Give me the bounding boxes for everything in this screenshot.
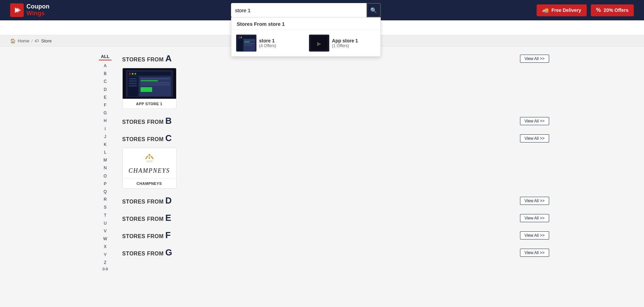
section-a-title: STORES FROM A [122,53,172,64]
dashline1 [141,78,170,79]
search-wrapper: 🔍 Stores From store 1 [231,3,367,17]
result-name-store1: store 1 [259,38,276,43]
search-button[interactable]: 🔍 [367,3,381,17]
breadcrumb-current: Store [41,38,51,43]
view-all-b[interactable]: View All >> [520,117,549,125]
alpha-H[interactable]: H [102,117,109,124]
alpha-R[interactable]: R [102,196,109,203]
search-result-store1[interactable]: store 1 (4 Offers) [235,33,304,53]
alpha-Y[interactable]: Y [102,251,108,258]
dash-sidebar [128,77,171,96]
section-e-prefix: STORES FROM [122,216,166,222]
breadcrumb-sep1: / [32,38,33,43]
alpha-B[interactable]: B [102,70,108,77]
dashline3 [141,82,170,83]
search-result-appstore1[interactable]: ▶ App store 1 (1 Offers) [308,33,377,53]
result-thumb-store1 [236,35,256,52]
alpha-Z[interactable]: Z [102,259,108,266]
section-b-letter: B [165,116,172,126]
section-a-prefix: STORES FROM [122,57,166,62]
store-card-champneys[interactable]: 1925 CHAMPNEYS CHAMPNEYS [122,148,176,189]
alpha-S[interactable]: S [102,204,108,211]
section-f: STORES FROM F View All >> [122,230,549,241]
dashline2 [141,80,158,81]
section-d-header: STORES FROM D View All >> [122,195,549,206]
svg-text:1925: 1925 [146,160,153,162]
section-b-title: STORES FROM B [122,116,172,126]
result-info-appstore1: App store 1 (1 Offers) [332,38,358,48]
alpha-Q[interactable]: Q [102,188,109,195]
alpha-C[interactable]: C [102,78,109,85]
store-card-appstore1[interactable]: APP STORE 1 [122,68,176,109]
free-delivery-button[interactable]: 🚚 Free Delivery [537,4,587,16]
alpha-J[interactable]: J [102,133,108,140]
alpha-M[interactable]: M [102,157,109,164]
section-a-letter: A [165,53,172,63]
content-area: STORES FROM A View All >> [122,53,549,271]
alpha-all[interactable]: ALL [99,53,111,60]
view-all-a[interactable]: View All >> [520,55,549,63]
result-info-store1: store 1 (4 Offers) [259,38,276,48]
alpha-F[interactable]: F [102,102,108,109]
section-b: STORES FROM B View All >> [122,116,549,126]
breadcrumb-home-icon: 🏠 [10,38,16,43]
result-name-appstore1: App store 1 [332,38,358,43]
alpha-L[interactable]: L [102,149,108,156]
alpha-X[interactable]: X [102,243,108,250]
breadcrumb-home[interactable]: Home [18,38,29,43]
alpha-O[interactable]: O [102,173,109,180]
alpha-I[interactable]: I [103,126,108,133]
dashboard-visual [126,70,173,97]
section-e-title: STORES FROM E [122,213,171,223]
section-g-header: STORES FROM G View All >> [122,247,549,258]
alpha-D[interactable]: D [102,86,109,93]
logo-icon [10,3,24,17]
section-a: STORES FROM A View All >> [122,53,549,109]
section-c-letter: C [165,133,172,143]
champneys-ornament: 1925 [141,152,158,166]
search-input[interactable] [231,3,367,17]
search-dropdown-title: Stores From store 1 [231,18,380,30]
view-all-d[interactable]: View All >> [520,197,549,205]
alpha-K[interactable]: K [102,141,108,148]
logo[interactable]: Coupon Wings [10,3,61,17]
alpha-A[interactable]: A [102,62,108,70]
section-d-letter: D [165,195,172,206]
section-c-header: STORES FROM C View All >> [122,133,549,143]
view-all-g[interactable]: View All >> [520,249,549,257]
stores-grid-c: 1925 CHAMPNEYS CHAMPNEYS [122,148,549,189]
dot3 [134,73,136,75]
store-card-img-champneys: 1925 CHAMPNEYS [123,148,176,178]
champneys-visual: 1925 CHAMPNEYS [126,151,173,175]
store-card-name-appstore1: APP STORE 1 [123,99,176,109]
search-icon: 🔍 [370,7,377,14]
alpha-E[interactable]: E [102,94,108,101]
view-all-e[interactable]: View All >> [520,214,549,222]
alpha-P[interactable]: P [102,180,108,188]
search-dropdown: Stores From store 1 [231,17,381,57]
champneys-wordmark: CHAMPNEYS [128,167,170,174]
section-e: STORES FROM E View All >> [122,213,549,223]
search-area: 🔍 Stores From store 1 [61,3,537,17]
offers-button[interactable]: % 20% Offers [591,4,634,16]
offers-label: 20% Offers [604,7,628,13]
result-offers-store1: (4 Offers) [259,43,276,48]
section-b-header: STORES FROM B View All >> [122,116,549,126]
main-container: ALL A B C D E F G H I J K L M N O P Q R … [85,46,559,278]
alpha-W[interactable]: W [101,235,109,243]
dash-left [128,77,138,96]
stores-grid-a: APP STORE 1 [122,68,549,109]
section-b-prefix: STORES FROM [122,119,166,125]
section-c-prefix: STORES FROM [122,136,166,142]
alpha-09[interactable]: 0-9 [103,267,108,271]
section-d-title: STORES FROM D [122,195,172,206]
view-all-f[interactable]: View All >> [520,231,549,239]
alpha-T[interactable]: T [102,212,108,219]
view-all-c[interactable]: View All >> [520,134,549,142]
alpha-V[interactable]: V [102,228,108,235]
alpha-N[interactable]: N [102,165,109,172]
alpha-U[interactable]: U [102,220,109,227]
section-c: STORES FROM C View All >> [122,133,549,189]
svg-text:▶: ▶ [317,41,321,46]
alpha-G[interactable]: G [102,110,109,117]
